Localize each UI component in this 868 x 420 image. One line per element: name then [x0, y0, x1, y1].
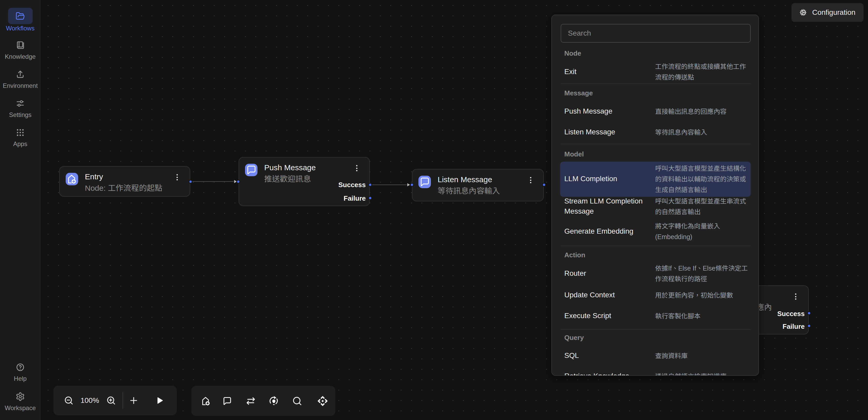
node-entry[interactable]: Entry Node: 工作流程的起點 [59, 166, 190, 197]
section-header-node: Node [564, 49, 581, 57]
chat-bubble-icon [418, 176, 431, 188]
sidebar-item-workspace[interactable]: Workspace [0, 392, 40, 412]
configuration-label: Configuration [812, 8, 856, 17]
sidebar-item-environment[interactable]: Environment [0, 69, 40, 89]
node-title: Listen Message [438, 175, 492, 184]
panel-item-desc: 查詢資料庫 [655, 351, 749, 361]
search-input[interactable] [561, 24, 751, 43]
panel-item-label: Update Context [564, 290, 650, 300]
section-header-model: Model [564, 150, 584, 158]
port-push-input[interactable] [237, 180, 240, 183]
node-subtitle: 等待訊息內容輸入 [438, 186, 500, 196]
home-plus-icon [66, 173, 78, 185]
sidebar-item-label: Help [14, 375, 27, 382]
node-subtitle: 推送歡迎訊息 [264, 174, 311, 184]
node-push-message[interactable]: Push Message 推送歡迎訊息 Success Failure [239, 157, 370, 206]
panel-item-label: Router [564, 268, 650, 278]
configuration-button[interactable]: Configuration [792, 3, 864, 22]
sidebar-item-workflows[interactable]: Workflows [0, 8, 40, 32]
panel-item-label: Listen Message [564, 127, 650, 137]
panel-item-label: SQL [564, 351, 650, 361]
sidebar: Workflows Knowledge Environment [0, 0, 40, 420]
zoom-in-button[interactable] [105, 395, 117, 406]
panel-item-desc: 用於更新內容，初始化變數 [655, 290, 749, 301]
sidebar-item-label: Settings [9, 111, 32, 118]
sidebar-item-label: Apps [13, 140, 28, 148]
panel-item-desc: 呼叫大型語言模型並產生串流式的自然語言輸出 [655, 196, 749, 217]
panel-item-desc: 透過自然語言檢索知識庫 [655, 371, 749, 376]
zoom-out-button[interactable] [63, 395, 74, 406]
gear-icon [16, 392, 25, 401]
question-circle-icon [16, 363, 25, 372]
zoom-toolbar: 100% [54, 386, 177, 415]
chat-bubble-icon [245, 164, 257, 176]
grid-dots-icon [16, 128, 25, 137]
node-menu-button[interactable] [790, 291, 801, 302]
port-label-success: Success [338, 181, 366, 189]
panel-item-desc: 等待訊息內容輸入 [655, 127, 749, 138]
port-push-failure[interactable] [369, 197, 371, 199]
search-canvas-button[interactable] [291, 395, 303, 407]
run-button[interactable] [154, 395, 165, 406]
sidebar-item-label: Workspace [5, 404, 36, 412]
node-subtitle: Node: 工作流程的起點 [85, 183, 162, 193]
divider [561, 329, 751, 330]
section-header-query: Query [564, 334, 584, 342]
port-label-failure: Failure [344, 194, 366, 202]
upload-icon [16, 69, 25, 79]
node-menu-button[interactable] [172, 171, 182, 183]
divider [561, 83, 751, 84]
node-menu-button[interactable] [351, 163, 362, 174]
folder-open-icon [16, 11, 25, 21]
panel-item-desc: 呼叫大型語言模型並產生結構化的資料輸出以輔助流程的決策或生成自然語言輸出 [655, 163, 749, 195]
fit-view-button[interactable] [317, 395, 328, 407]
panel-item-desc: 依據If、Else If、Else條件決定工作流程執行的路徑 [655, 263, 749, 284]
node-title: Push Message [264, 163, 316, 172]
book-icon [16, 40, 25, 50]
node-listen-message[interactable]: Listen Message 等待訊息內容輸入 [412, 169, 544, 201]
panel-item-desc: 工作流程的終點或接續其他工作流程的傳送點 [655, 61, 749, 83]
node-menu-button[interactable] [525, 174, 536, 186]
panel-item-desc: 執行客製化腳本 [655, 311, 749, 321]
port-label-success: Success [777, 310, 805, 318]
panel-item-desc: 直接輸出訊息的回應內容 [655, 106, 749, 117]
sidebar-item-help[interactable]: Help [0, 363, 40, 382]
sidebar-item-label: Workflows [6, 25, 34, 32]
panel-item-label: Stream LLM Completion Message [564, 196, 650, 216]
port-listen-output[interactable] [543, 184, 545, 186]
panel-item-label: Retrieve Knowledge [564, 371, 650, 376]
divider [561, 246, 751, 246]
gear-icon [799, 8, 808, 17]
panel-item-label: LLM Completion [564, 174, 650, 184]
section-header-action: Action [564, 251, 585, 259]
sidebar-item-label: Environment [3, 82, 38, 89]
panel-item-label: Exit [564, 66, 650, 77]
zoom-level: 100% [79, 386, 101, 415]
port-push-success[interactable] [369, 184, 371, 186]
port-entry-output[interactable] [189, 180, 192, 183]
node-picker-panel: Node Exit 工作流程的終點或接續其他工作流程的傳送點 Message P… [551, 15, 759, 376]
sidebar-item-apps[interactable]: Apps [0, 128, 40, 148]
sliders-icon [16, 99, 25, 108]
panel-item-label: Push Message [564, 106, 650, 116]
sidebar-item-label: Knowledge [5, 53, 36, 60]
tools-toolbar [191, 386, 335, 416]
port-label-failure: Failure [783, 323, 805, 331]
sidebar-item-settings[interactable]: Settings [0, 99, 40, 118]
idea-refresh-button[interactable] [268, 395, 280, 407]
add-entry-node-button[interactable] [200, 395, 212, 407]
swap-arrows-button[interactable] [245, 395, 256, 407]
panel-item-desc: 將文字轉化為向量嵌入(Embedding) [655, 221, 749, 242]
divider [561, 144, 751, 144]
chat-button[interactable] [221, 395, 233, 407]
port-partial-failure[interactable] [808, 325, 810, 327]
section-header-message: Message [564, 89, 593, 97]
port-partial-success[interactable] [808, 312, 810, 314]
panel-item-label: Execute Script [564, 311, 650, 321]
node-title: Entry [85, 172, 103, 181]
toolbar-divider [123, 392, 123, 409]
port-listen-input[interactable] [411, 184, 413, 186]
sidebar-item-knowledge[interactable]: Knowledge [0, 40, 40, 60]
add-node-button[interactable] [128, 395, 140, 406]
panel-item-label: Generate Embedding [564, 226, 650, 236]
